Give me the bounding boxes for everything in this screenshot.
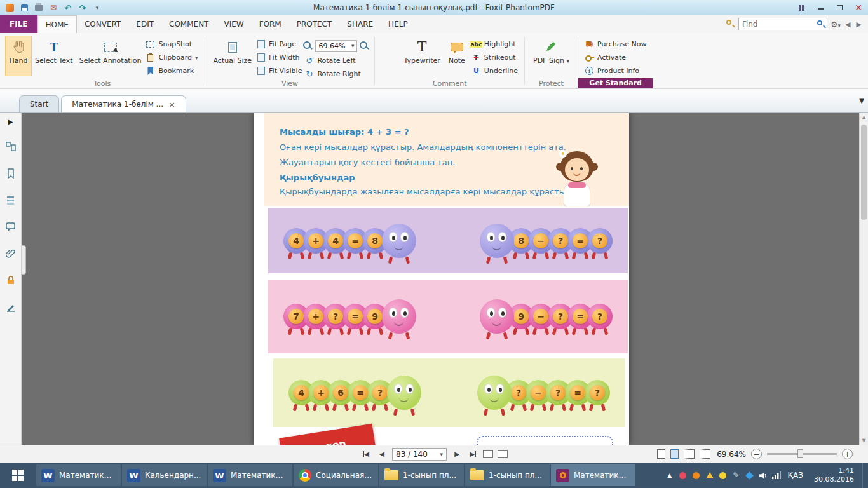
tab-edit[interactable]: EDIT [128, 15, 161, 33]
continuous-facing-view-icon[interactable] [700, 449, 710, 459]
attachments-panel-icon[interactable] [6, 248, 16, 259]
taskbar-item-folder-2[interactable]: 1-сынып пл... [465, 464, 550, 486]
maximize-button[interactable] [830, 1, 849, 15]
print-icon[interactable] [33, 3, 44, 13]
layout-grid-icon[interactable] [792, 1, 811, 15]
previous-page-button[interactable]: ◀ [376, 449, 388, 460]
tray-app-icon[interactable] [692, 471, 701, 480]
tab-share[interactable]: SHARE [339, 15, 381, 33]
volume-icon[interactable] [759, 471, 768, 480]
find-previous-icon[interactable]: ◀ [844, 20, 851, 29]
redo-icon[interactable]: ↷ [77, 3, 88, 13]
rotate-right-button[interactable]: Rotate Right [303, 69, 369, 79]
tab-file[interactable]: FILE [0, 15, 37, 33]
show-desktop-button[interactable] [862, 463, 865, 488]
zoom-slider-handle[interactable] [797, 449, 803, 458]
page-view-icon[interactable] [498, 450, 508, 458]
start-button[interactable] [0, 463, 36, 488]
taskbar-item-folder-1[interactable]: 1-сынып пл... [379, 464, 464, 486]
strikeout-button[interactable]: Strikeout [470, 52, 519, 63]
language-indicator[interactable]: ҚАЗ [785, 471, 806, 480]
last-page-button[interactable]: ▶ [467, 449, 478, 460]
tab-list-icon[interactable]: ▼ [859, 97, 864, 104]
snapshot-button[interactable]: SnapShot [144, 39, 199, 50]
taskbar-item-chrome[interactable]: Социальная ... [294, 464, 378, 486]
zoom-in-icon[interactable] [360, 41, 369, 51]
bookmarks-panel-icon[interactable] [6, 168, 16, 179]
hidden-icons-chevron-icon[interactable]: ▲ [665, 471, 674, 480]
scroll-up-icon[interactable]: ▲ [860, 114, 868, 120]
actual-size-button[interactable]: Actual Size [210, 36, 255, 76]
warning-icon[interactable] [705, 471, 714, 480]
note-button[interactable]: Note [444, 36, 470, 76]
zoom-in-button[interactable]: + [842, 449, 853, 459]
next-page-button[interactable]: ▶ [451, 449, 463, 460]
doc-tab-active[interactable]: Математика 1-бөлім ... [61, 95, 186, 112]
taskbar-item-word-2[interactable]: Кальендарн... [122, 464, 207, 486]
tab-protect[interactable]: PROTECT [289, 15, 340, 33]
doc-tab-start[interactable]: Start [19, 95, 59, 112]
find-next-icon[interactable]: ▶ [855, 20, 863, 29]
continuous-view-icon[interactable] [670, 449, 679, 459]
typewriter-button[interactable]: Typewriter [400, 36, 443, 76]
facing-view-icon[interactable] [684, 449, 695, 459]
scrollbar-thumb[interactable] [861, 125, 867, 220]
hand-tool-button[interactable]: Hand [5, 36, 32, 76]
purchase-now-button[interactable]: Purchase Now [583, 39, 648, 50]
select-annotation-button[interactable]: Select Annotation [76, 36, 145, 76]
fit-visible-button[interactable]: Fit Visible [255, 65, 303, 76]
tab-close-icon[interactable] [168, 100, 175, 109]
activate-button[interactable]: Activate [583, 52, 648, 63]
get-standard-button[interactable]: Get Standard [578, 78, 653, 88]
single-page-view-icon[interactable] [657, 449, 665, 459]
rotate-left-button[interactable]: Rotate Left [303, 55, 369, 66]
minimize-button[interactable] [811, 1, 830, 15]
signature-panel-icon[interactable] [6, 302, 16, 312]
taskbar-item-word-3[interactable]: Математика ... [208, 464, 292, 486]
thumbnails-panel-icon[interactable] [6, 142, 16, 152]
layers-panel-icon[interactable] [6, 195, 16, 205]
page-number-combo[interactable]: 83 / 140▾ [392, 448, 447, 461]
undo-icon[interactable]: ↶ [62, 3, 74, 13]
zoom-out-icon[interactable] [303, 41, 313, 51]
window-view-icon[interactable] [483, 450, 493, 458]
expand-panel-arrow-icon[interactable]: ▶ [8, 118, 13, 125]
tab-help[interactable]: HELP [381, 15, 416, 33]
taskbar-item-foxit[interactable]: Математика ... [551, 464, 635, 486]
zoom-out-button[interactable]: − [751, 449, 762, 459]
zoom-level-combo[interactable]: 69.64%▾ [315, 40, 357, 52]
app-logo-icon[interactable] [4, 3, 15, 13]
find-input[interactable] [739, 20, 815, 29]
email-icon[interactable]: ✉ [48, 3, 59, 13]
scroll-down-icon[interactable]: ▼ [860, 438, 868, 444]
product-info-button[interactable]: Product Info [583, 65, 648, 76]
taskbar-item-word-1[interactable]: Математика ... [36, 464, 121, 486]
pdf-sign-button[interactable]: PDF Sign ▾ [530, 36, 573, 76]
pen-tray-icon[interactable]: ✎ [732, 471, 741, 480]
vertical-scrollbar[interactable]: ▲ ▼ [859, 113, 868, 445]
customize-quick-access-icon[interactable]: ▾ [92, 3, 103, 13]
select-text-button[interactable]: Select Text [32, 36, 76, 76]
bookmark-button[interactable]: Bookmark [144, 65, 199, 76]
tab-form[interactable]: FORM [252, 15, 289, 33]
tray-app-icon[interactable] [745, 471, 754, 480]
highlight-button[interactable]: Highlight [470, 39, 519, 50]
fit-width-button[interactable]: Fit Width [255, 52, 303, 63]
find-search-icon[interactable] [815, 18, 827, 30]
close-button[interactable]: ✕ [849, 1, 868, 15]
panel-splitter-handle[interactable] [22, 245, 26, 274]
tab-convert[interactable]: CONVERT [77, 15, 128, 33]
fit-page-button[interactable]: Fit Page [255, 39, 303, 50]
tab-home[interactable]: HOME [37, 15, 77, 33]
clock[interactable]: 1:41 30.08.2016 [810, 466, 858, 484]
tray-app-icon[interactable] [679, 471, 688, 480]
tab-view[interactable]: VIEW [216, 15, 251, 33]
security-panel-icon[interactable] [6, 275, 16, 285]
zoom-slider[interactable] [767, 453, 837, 455]
clipboard-button[interactable]: Clipboard▾ [144, 52, 199, 63]
underline-button[interactable]: Underline [470, 65, 519, 76]
first-page-button[interactable]: ◀ [360, 449, 372, 460]
comments-panel-icon[interactable] [6, 222, 16, 232]
gear-icon[interactable]: ⚙▾ [831, 20, 841, 29]
tray-app-icon[interactable] [719, 471, 728, 480]
